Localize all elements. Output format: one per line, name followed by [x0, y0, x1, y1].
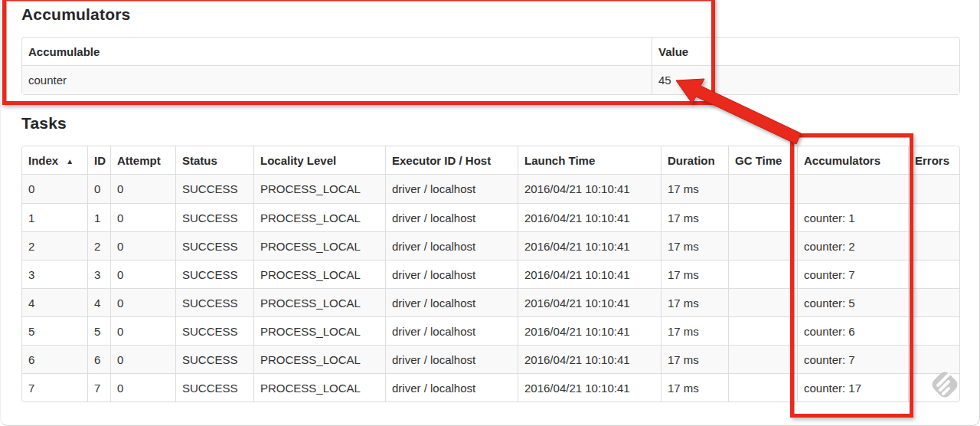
column-header-index[interactable]: Index▲: [22, 146, 87, 175]
table-row: counter 45: [22, 66, 959, 94]
cell-launch-time: 2016/04/21 10:10:41: [518, 175, 661, 203]
cell-executor-id-host: driver / localhost: [385, 373, 518, 401]
cell-status: SUCCESS: [175, 260, 253, 288]
cell-duration: 17 ms: [661, 203, 728, 231]
cell-attempt: 0: [110, 373, 175, 401]
cell-id: 3: [87, 260, 110, 288]
table-header-row: Accumulable Value: [22, 38, 959, 66]
cell-locality-level: PROCESS_LOCAL: [253, 345, 385, 373]
cell-locality-level: PROCESS_LOCAL: [253, 203, 385, 231]
column-header-executor-id-host[interactable]: Executor ID / Host: [385, 146, 518, 175]
cell-status: SUCCESS: [175, 175, 253, 203]
cell-accumulators: counter: 17: [797, 373, 908, 401]
cell-id: 4: [87, 288, 110, 316]
cell-attempt: 0: [110, 231, 175, 260]
cell-launch-time: 2016/04/21 10:10:41: [518, 231, 661, 260]
table-header-row: Index▲ ID Attempt Status Locality Level …: [22, 146, 959, 175]
column-header-accumulators[interactable]: Accumulators: [797, 146, 908, 175]
cell-gc-time: [728, 231, 797, 260]
cell-errors: [908, 231, 959, 260]
cell-executor-id-host: driver / localhost: [385, 175, 518, 203]
cell-index: 6: [22, 345, 87, 373]
cell-index: 3: [22, 260, 87, 288]
cell-launch-time: 2016/04/21 10:10:41: [518, 373, 661, 401]
cell-launch-time: 2016/04/21 10:10:41: [518, 345, 661, 373]
cell-duration: 17 ms: [661, 260, 728, 288]
cell-accumulators: counter: 7: [797, 260, 908, 288]
cell-attempt: 0: [110, 345, 175, 373]
column-header-attempt[interactable]: Attempt: [110, 146, 175, 175]
cell-launch-time: 2016/04/21 10:10:41: [518, 203, 661, 231]
cell-accumulators: [797, 175, 908, 203]
cell-index: 1: [22, 203, 87, 231]
cell-accumulators: counter: 7: [797, 345, 908, 373]
cell-id: 7: [87, 373, 110, 401]
cell-duration: 17 ms: [661, 373, 728, 401]
cell-locality-level: PROCESS_LOCAL: [253, 373, 385, 401]
cell-errors: [908, 260, 959, 288]
column-header-gc-time[interactable]: GC Time: [728, 146, 797, 175]
cell-accumulators: counter: 2: [797, 231, 908, 260]
column-header-duration[interactable]: Duration: [661, 146, 728, 175]
table-row: 770SUCCESSPROCESS_LOCALdriver / localhos…: [22, 373, 959, 401]
cell-gc-time: [728, 260, 797, 288]
cell-executor-id-host: driver / localhost: [385, 203, 518, 231]
cell-locality-level: PROCESS_LOCAL: [253, 260, 385, 288]
accumulators-heading: Accumulators: [21, 5, 130, 24]
table-row: 330SUCCESSPROCESS_LOCALdriver / localhos…: [22, 260, 959, 288]
cell-executor-id-host: driver / localhost: [385, 316, 518, 345]
cell-status: SUCCESS: [175, 345, 253, 373]
cell-gc-time: [728, 316, 797, 345]
cell-launch-time: 2016/04/21 10:10:41: [518, 288, 661, 316]
tasks-table: Index▲ ID Attempt Status Locality Level …: [21, 146, 960, 402]
cell-index: 2: [22, 231, 87, 260]
cell-duration: 17 ms: [661, 345, 728, 373]
cell-errors: [908, 288, 959, 316]
cell-errors: [908, 175, 959, 203]
column-header-locality-level[interactable]: Locality Level: [253, 146, 385, 175]
cell-status: SUCCESS: [175, 288, 253, 316]
cell-id: 2: [87, 231, 110, 260]
cell-executor-id-host: driver / localhost: [385, 260, 518, 288]
column-header-accumulable[interactable]: Accumulable: [22, 38, 652, 66]
cell-executor-id-host: driver / localhost: [385, 345, 518, 373]
cell-executor-id-host: driver / localhost: [385, 288, 518, 316]
accumulators-table: Accumulable Value counter 45: [21, 37, 960, 95]
cell-errors: [908, 203, 959, 231]
cell-accumulators: counter: 1: [797, 203, 908, 231]
cell-accumulable: counter: [22, 66, 652, 94]
cell-attempt: 0: [110, 260, 175, 288]
column-header-id[interactable]: ID: [87, 146, 110, 175]
cell-errors: [908, 345, 959, 373]
table-row: 220SUCCESSPROCESS_LOCALdriver / localhos…: [22, 231, 959, 260]
cell-locality-level: PROCESS_LOCAL: [253, 231, 385, 260]
cell-duration: 17 ms: [661, 175, 728, 203]
column-header-errors[interactable]: Errors: [908, 146, 959, 175]
column-header-launch-time[interactable]: Launch Time: [518, 146, 661, 175]
cell-accumulators: counter: 6: [797, 316, 908, 345]
tasks-heading: Tasks: [21, 114, 67, 133]
cell-duration: 17 ms: [661, 316, 728, 345]
cell-locality-level: PROCESS_LOCAL: [253, 316, 385, 345]
cell-status: SUCCESS: [175, 316, 253, 345]
cell-attempt: 0: [110, 175, 175, 203]
column-header-value[interactable]: Value: [652, 38, 959, 66]
cell-attempt: 0: [110, 203, 175, 231]
cell-locality-level: PROCESS_LOCAL: [253, 288, 385, 316]
cell-status: SUCCESS: [175, 231, 253, 260]
cell-launch-time: 2016/04/21 10:10:41: [518, 316, 661, 345]
cell-index: 4: [22, 288, 87, 316]
cell-locality-level: PROCESS_LOCAL: [253, 175, 385, 203]
cell-gc-time: [728, 288, 797, 316]
cell-id: 1: [87, 203, 110, 231]
cell-id: 0: [87, 175, 110, 203]
cell-gc-time: [728, 203, 797, 231]
column-header-status[interactable]: Status: [175, 146, 253, 175]
cell-errors: [908, 316, 959, 345]
table-row: 000SUCCESSPROCESS_LOCALdriver / localhos…: [22, 175, 959, 203]
table-row: 440SUCCESSPROCESS_LOCALdriver / localhos…: [22, 288, 959, 316]
cell-attempt: 0: [110, 288, 175, 316]
cell-accumulators: counter: 5: [797, 288, 908, 316]
cell-attempt: 0: [110, 316, 175, 345]
column-header-label: Index: [28, 154, 58, 167]
